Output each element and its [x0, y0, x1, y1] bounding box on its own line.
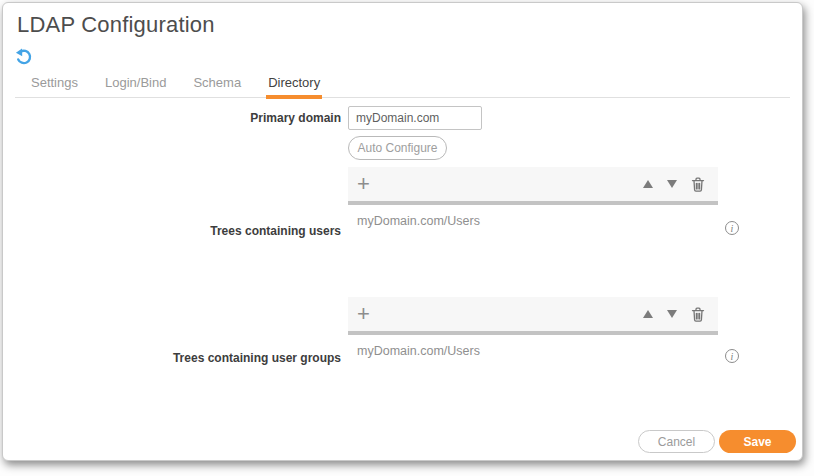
info-glyph: i: [731, 351, 734, 362]
plus-icon: +: [357, 171, 370, 196]
users-tree-list: + myDomain.com/Users: [348, 167, 718, 286]
users-list-toolbar: +: [348, 167, 718, 201]
move-down-icon[interactable]: [667, 180, 677, 188]
groups-tree-list: + myDomain.com/Users: [348, 297, 718, 386]
move-down-icon[interactable]: [667, 310, 677, 318]
info-icon-groups[interactable]: i: [725, 349, 739, 363]
back-button[interactable]: [15, 48, 35, 68]
delete-tree-button[interactable]: [691, 307, 705, 322]
primary-domain-input[interactable]: [348, 106, 482, 130]
trees-users-label: Trees containing users: [3, 224, 341, 238]
add-tree-button[interactable]: +: [357, 174, 370, 194]
tab-schema[interactable]: Schema: [193, 75, 241, 97]
auto-configure-button[interactable]: Auto Configure: [348, 136, 447, 160]
info-icon-users[interactable]: i: [725, 221, 739, 235]
cancel-button[interactable]: Cancel: [638, 430, 715, 453]
tab-bar: Settings Login/Bind Schema Directory: [15, 74, 790, 98]
delete-tree-button[interactable]: [691, 177, 705, 192]
trees-groups-label: Trees containing user groups: [3, 351, 341, 365]
undo-back-arrow-icon: [15, 53, 34, 70]
move-up-icon[interactable]: [643, 180, 653, 188]
groups-list-toolbar: +: [348, 297, 718, 331]
info-glyph: i: [731, 223, 734, 234]
primary-domain-label: Primary domain: [3, 111, 341, 125]
tab-login-bind[interactable]: Login/Bind: [105, 75, 166, 97]
tab-directory[interactable]: Directory: [268, 75, 320, 97]
groups-tree-row[interactable]: myDomain.com/Users: [348, 335, 718, 358]
save-button[interactable]: Save: [719, 430, 796, 453]
users-tree-row[interactable]: myDomain.com/Users: [348, 205, 718, 228]
add-tree-button[interactable]: +: [357, 304, 370, 324]
tab-settings[interactable]: Settings: [31, 75, 78, 97]
trash-icon: [691, 177, 705, 192]
ldap-configuration-window: LDAP Configuration Settings Login/Bind S…: [2, 2, 803, 461]
page-title: LDAP Configuration: [17, 12, 215, 38]
trash-icon: [691, 307, 705, 322]
move-up-icon[interactable]: [643, 310, 653, 318]
plus-icon: +: [357, 301, 370, 326]
